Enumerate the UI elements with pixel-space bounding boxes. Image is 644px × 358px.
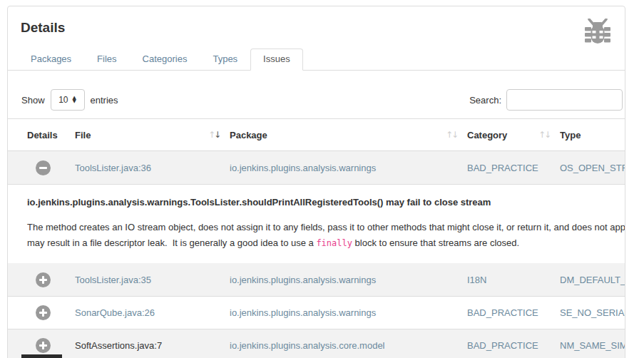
category-cell: BAD_PRACTICE <box>467 307 560 318</box>
page-length-control: Show 10 ▲▼ entries <box>21 89 118 111</box>
expand-row-icon[interactable] <box>36 272 51 287</box>
tab-issues[interactable]: Issues <box>250 48 303 71</box>
sort-icon: ↑↓ <box>538 130 550 140</box>
table-row: SonarQube.java:26 io.jenkins.plugins.ana… <box>8 296 625 329</box>
column-header-type: Type <box>560 130 625 140</box>
expand-row-icon[interactable] <box>36 305 51 320</box>
file-link[interactable]: SoftAssertions.java:7 <box>75 340 162 351</box>
tab-bar: Packages Files Categories Types Issues <box>8 48 625 71</box>
sort-icon: ↑↓ <box>208 130 220 140</box>
tab-categories[interactable]: Categories <box>130 48 200 70</box>
package-cell: io.jenkins.plugins.analysis.core.model <box>230 340 467 351</box>
inline-code: finally <box>316 238 352 248</box>
file-link[interactable]: ToolsLister.java:35 <box>75 275 151 285</box>
column-header-details: Details <box>8 130 75 140</box>
package-cell: io.jenkins.plugins.analysis.warnings <box>230 307 467 318</box>
issues-table: Details File↑↓ Package↑↓ Category↑↓ Type… <box>8 118 625 358</box>
details-card: Details Packages Files Categories <box>7 6 625 358</box>
category-cell: BAD_PRACTICE <box>467 340 560 351</box>
type-cell: DM_DEFAULT_ENCODING <box>560 275 625 285</box>
sort-icon: ↑↓ <box>446 130 457 140</box>
search-control: Search: <box>469 89 623 111</box>
show-label: Show <box>21 95 45 106</box>
collapse-row-icon[interactable] <box>36 160 51 175</box>
issues-table-viewport: Details File↑↓ Package↑↓ Category↑↓ Type… <box>8 118 625 358</box>
package-cell: io.jenkins.plugins.analysis.warnings <box>230 275 467 285</box>
table-row: ToolsLister.java:36 io.jenkins.plugins.a… <box>8 151 625 184</box>
type-cell: SE_NO_SERIALVERSIONID <box>560 307 625 318</box>
table-controls: Show 10 ▲▼ entries Search: <box>8 89 625 111</box>
description-line: The method creates an IO stream object, … <box>27 220 625 235</box>
issue-detail-title: io.jenkins.plugins.analysis.warnings.Too… <box>27 197 625 208</box>
link-preview-statusbar <box>21 354 62 358</box>
column-header-category[interactable]: Category↑↓ <box>467 130 560 140</box>
file-link[interactable]: ToolsLister.java:36 <box>75 163 151 173</box>
tab-types[interactable]: Types <box>200 48 250 70</box>
column-header-file[interactable]: File↑↓ <box>75 130 230 140</box>
search-input[interactable] <box>506 89 623 111</box>
table-header-row: Details File↑↓ Package↑↓ Category↑↓ Type <box>8 119 625 151</box>
column-header-package[interactable]: Package↑↓ <box>230 130 467 140</box>
page-size-select[interactable]: 10 ▲▼ <box>51 89 85 111</box>
issue-detail-description: The method creates an IO stream object, … <box>27 220 625 251</box>
bug-icon <box>583 19 613 48</box>
category-cell: BAD_PRACTICE <box>467 163 560 173</box>
page-size-value: 10 <box>58 95 68 105</box>
type-cell: OS_OPEN_STREAM <box>560 163 625 173</box>
table-row: ToolsLister.java:35 io.jenkins.plugins.a… <box>8 263 625 296</box>
tab-packages[interactable]: Packages <box>18 48 84 70</box>
issue-detail-panel: io.jenkins.plugins.analysis.warnings.Too… <box>8 184 625 263</box>
page-title: Details <box>21 19 612 36</box>
entries-label: entries <box>91 95 118 106</box>
category-cell: I18N <box>467 275 560 285</box>
select-arrows-icon: ▲▼ <box>73 96 76 103</box>
tab-files[interactable]: Files <box>84 48 129 70</box>
table-row: SoftAssertions.java:7 io.jenkins.plugins… <box>8 329 625 358</box>
type-cell: NM_SAME_SIMPLE_NAME_AS_SUPERCLASS <box>560 340 625 351</box>
expand-row-icon[interactable] <box>36 338 51 353</box>
file-link[interactable]: SonarQube.java:26 <box>75 307 155 318</box>
package-cell: io.jenkins.plugins.analysis.warnings <box>230 163 467 173</box>
search-label: Search: <box>469 95 501 106</box>
description-line: may result in a file descriptor leak. It… <box>27 235 625 251</box>
